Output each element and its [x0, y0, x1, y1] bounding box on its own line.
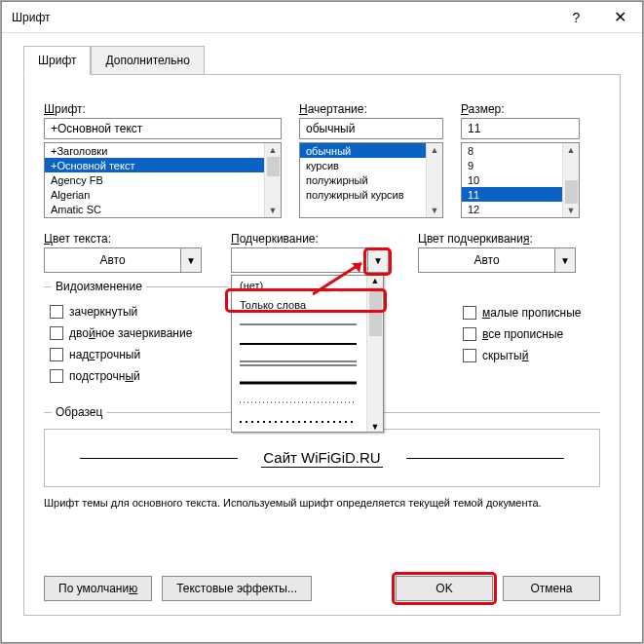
- list-item[interactable]: 10: [462, 172, 562, 187]
- underline-dropdown[interactable]: (нет) Только слова ▲ ▼: [231, 275, 384, 433]
- font-label: Шрифт:: [44, 102, 282, 116]
- list-item[interactable]: Algerian: [45, 187, 264, 202]
- dropdown-option-line[interactable]: [232, 354, 383, 373]
- tab-panel: Шрифт: +Заголовки +Основной текст Agency…: [23, 74, 621, 616]
- list-item[interactable]: полужирный курсив: [300, 187, 426, 202]
- preview-box: Сайт WiFiGiD.RU: [44, 429, 600, 487]
- underline-combo[interactable]: ▼: [231, 247, 395, 273]
- list-item[interactable]: 11: [462, 187, 562, 202]
- checkbox-label: подстрочный: [69, 369, 140, 383]
- scroll-up-icon[interactable]: ▲: [431, 143, 439, 157]
- preview-text: Сайт WiFiGiD.RU: [261, 449, 382, 468]
- default-button[interactable]: По умолчанию: [44, 576, 152, 601]
- checkbox-label: зачеркнутый: [69, 305, 137, 319]
- list-item[interactable]: +Основной текст: [45, 158, 264, 172]
- checkbox-smallcaps[interactable]: малые прописные: [463, 306, 582, 320]
- scrollbar[interactable]: ▲ ▼: [264, 143, 281, 217]
- ucolor-combo[interactable]: Авто ▼: [418, 247, 582, 273]
- tab-font-label: Шрифт: [38, 54, 76, 67]
- size-label: Размер:: [461, 102, 580, 116]
- color-label: Цвет текста:: [44, 232, 208, 246]
- preview-title: Образец: [52, 405, 106, 419]
- size-list[interactable]: 8 9 10 11 12 ▲ ▼: [461, 142, 580, 218]
- scroll-up-icon[interactable]: ▲: [269, 143, 278, 157]
- font-list[interactable]: +Заголовки +Основной текст Agency FB Alg…: [44, 142, 282, 218]
- dialog-title: Шрифт: [12, 11, 50, 24]
- scroll-thumb[interactable]: [565, 180, 578, 204]
- tab-font[interactable]: Шрифт: [23, 46, 91, 75]
- checkbox-label: малые прописные: [482, 306, 582, 320]
- scrollbar[interactable]: ▲ ▼: [562, 143, 579, 217]
- chevron-down-icon[interactable]: ▼: [554, 247, 576, 273]
- underline-value: [231, 247, 367, 273]
- style-label: Начертание:: [299, 102, 443, 116]
- checkbox-label: двойное зачеркивание: [69, 326, 192, 340]
- color-value: Авто: [44, 247, 180, 273]
- dropdown-option-line[interactable]: [232, 334, 383, 354]
- checkbox-allcaps[interactable]: все прописные: [463, 327, 582, 341]
- size-input[interactable]: [461, 118, 580, 139]
- list-item[interactable]: 8: [462, 143, 562, 158]
- checkbox-label: надстрочный: [69, 348, 140, 361]
- tabs: Шрифт Дополнительно: [23, 45, 642, 74]
- list-item[interactable]: 9: [462, 158, 562, 172]
- checkbox-label: все прописные: [482, 327, 563, 341]
- checkbox-dstrike[interactable]: двойное зачеркивание: [50, 326, 221, 340]
- color-combo[interactable]: Авто ▼: [44, 247, 208, 273]
- font-input[interactable]: [44, 118, 282, 139]
- theme-note: Шрифт темы для основного текста. Использ…: [44, 497, 600, 509]
- effects-group: Видоизменение зачеркнутый двойное зачерк…: [44, 286, 229, 391]
- checkbox-label: скрытый: [482, 349, 528, 362]
- list-item[interactable]: Amatic SC: [45, 202, 264, 216]
- button-label: Отмена: [530, 582, 572, 595]
- style-list[interactable]: обычный курсив полужирный полужирный кур…: [299, 142, 443, 218]
- scroll-up-icon[interactable]: ▲: [371, 276, 380, 285]
- dropdown-option-line[interactable]: [232, 373, 383, 393]
- tab-advanced[interactable]: Дополнительно: [91, 46, 204, 75]
- effects-title: Видоизменение: [52, 280, 146, 293]
- button-label: Текстовые эффекты...: [176, 582, 297, 595]
- close-button[interactable]: ✕: [598, 2, 642, 33]
- underline-label: Подчеркивание:: [231, 232, 395, 246]
- texteffects-button[interactable]: Текстовые эффекты...: [162, 576, 312, 601]
- scroll-down-icon[interactable]: ▼: [269, 204, 278, 217]
- dropdown-option-line[interactable]: [232, 315, 383, 334]
- effects-right: малые прописные все прописные скрытый: [463, 306, 582, 391]
- scrollbar[interactable]: ▲ ▼: [366, 276, 383, 432]
- checkbox-strike[interactable]: зачеркнутый: [50, 305, 221, 319]
- checkbox-superscript[interactable]: надстрочный: [50, 348, 221, 361]
- list-item[interactable]: полужирный: [300, 172, 426, 187]
- ucolor-label: Цвет подчеркивания:: [418, 232, 582, 246]
- ucolor-value: Авто: [418, 247, 554, 273]
- ok-button[interactable]: OK: [396, 576, 493, 601]
- style-input[interactable]: [299, 118, 443, 139]
- font-dialog: Шрифт ? ✕ Шрифт Дополнительно Шрифт: +За…: [1, 1, 643, 643]
- dropdown-option-line[interactable]: [232, 412, 383, 432]
- list-item[interactable]: Agency FB: [45, 172, 264, 187]
- chevron-down-icon[interactable]: ▼: [180, 247, 202, 273]
- titlebar: Шрифт ? ✕: [2, 2, 642, 33]
- tab-advanced-label: Дополнительно: [105, 54, 189, 67]
- scroll-up-icon[interactable]: ▲: [567, 143, 576, 157]
- list-item[interactable]: курсив: [300, 158, 426, 172]
- dropdown-option-line[interactable]: [232, 393, 383, 412]
- scroll-thumb[interactable]: [267, 157, 280, 176]
- checkbox-hidden[interactable]: скрытый: [463, 349, 582, 362]
- scroll-down-icon[interactable]: ▼: [567, 204, 576, 217]
- scrollbar[interactable]: ▲ ▼: [426, 143, 442, 217]
- chevron-down-icon[interactable]: ▼: [367, 247, 389, 273]
- list-item[interactable]: обычный: [300, 143, 426, 158]
- help-button[interactable]: ?: [554, 2, 598, 33]
- cancel-button[interactable]: Отмена: [503, 576, 600, 601]
- button-label: OK: [436, 582, 452, 595]
- list-item[interactable]: 12: [462, 202, 562, 216]
- dropdown-option-none[interactable]: (нет): [232, 276, 383, 295]
- checkbox-subscript[interactable]: подстрочный: [50, 369, 221, 383]
- list-item[interactable]: +Заголовки: [45, 143, 264, 158]
- dropdown-option-words[interactable]: Только слова: [232, 295, 383, 315]
- scroll-down-icon[interactable]: ▼: [431, 204, 439, 217]
- scroll-thumb[interactable]: [369, 287, 382, 336]
- scroll-down-icon[interactable]: ▼: [371, 422, 380, 432]
- button-label: По умолчанию: [58, 582, 137, 595]
